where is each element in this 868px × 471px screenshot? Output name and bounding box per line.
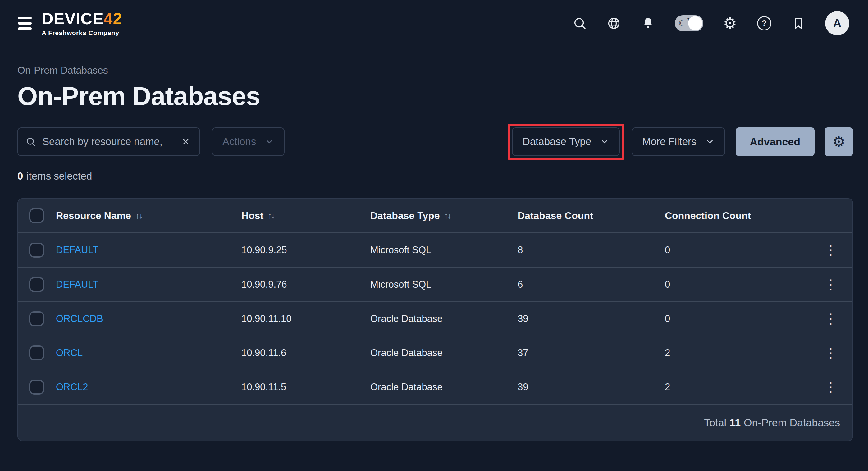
- table-row: DEFAULT 10.90.9.25 Microsoft SQL 8 0 ⋮: [18, 233, 852, 267]
- kebab-menu-icon[interactable]: ⋮: [822, 277, 840, 292]
- sort-icon: ↑↓: [444, 211, 451, 221]
- bookmark-icon[interactable]: [791, 16, 806, 31]
- search-field-icon: [26, 136, 36, 147]
- host-cell: 10.90.11.5: [241, 381, 370, 393]
- table-header-row: Resource Name↑↓ Host↑↓ Database Type↑↓ D…: [18, 199, 852, 233]
- logo-42-accent: 42: [104, 10, 122, 28]
- databases-table: Resource Name↑↓ Host↑↓ Database Type↑↓ D…: [18, 198, 853, 441]
- main-content: On-Prem Databases On-Prem Databases Acti…: [0, 65, 868, 441]
- search-field[interactable]: [18, 127, 200, 156]
- resource-name-link[interactable]: ORCL2: [56, 381, 88, 392]
- moon-icon: ☾✦: [679, 19, 686, 28]
- database-type-dropdown[interactable]: Database Type: [512, 127, 620, 156]
- connection-count-cell: 2: [665, 347, 822, 358]
- column-header-database-type[interactable]: Database Type↑↓: [370, 210, 518, 222]
- connection-count-cell: 0: [665, 279, 822, 290]
- chevron-down-icon: [705, 137, 715, 146]
- total-suffix: On-Prem Databases: [744, 417, 840, 429]
- search-icon[interactable]: [572, 16, 587, 31]
- selected-label: items selected: [26, 170, 92, 182]
- row-checkbox[interactable]: [29, 380, 44, 395]
- connection-count-cell: 0: [665, 245, 822, 256]
- more-filters-dropdown[interactable]: More Filters: [631, 127, 725, 156]
- database-type-cell: Oracle Database: [370, 347, 518, 358]
- resource-name-link[interactable]: DEFAULT: [56, 279, 98, 290]
- database-count-cell: 39: [518, 313, 665, 324]
- globe-icon[interactable]: [607, 16, 621, 31]
- select-all-checkbox[interactable]: [29, 208, 44, 223]
- hamburger-menu-icon[interactable]: [18, 17, 32, 30]
- help-icon[interactable]: ?: [757, 16, 772, 31]
- connection-count-cell: 0: [665, 313, 822, 324]
- chevron-down-icon: [265, 137, 274, 146]
- kebab-menu-icon[interactable]: ⋮: [822, 242, 840, 257]
- host-cell: 10.90.11.6: [241, 347, 370, 358]
- connection-count-cell: 2: [665, 381, 822, 393]
- search-input[interactable]: [42, 136, 173, 148]
- logo-tagline: A Freshworks Company: [42, 30, 122, 36]
- kebab-menu-icon[interactable]: ⋮: [822, 379, 840, 395]
- top-navbar: DEVICE42 A Freshworks Company ☾✦: [0, 0, 868, 47]
- database-type-cell: Microsoft SQL: [370, 279, 518, 290]
- resource-name-link[interactable]: DEFAULT: [56, 245, 98, 255]
- total-count: 11: [730, 417, 741, 429]
- database-count-cell: 8: [518, 245, 665, 256]
- advanced-button[interactable]: Advanced: [736, 127, 815, 156]
- database-count-cell: 6: [518, 279, 665, 290]
- host-cell: 10.90.9.76: [241, 279, 370, 290]
- dark-mode-toggle[interactable]: ☾✦: [675, 15, 703, 31]
- breadcrumb[interactable]: On-Prem Databases: [18, 65, 853, 76]
- selection-status: 0 items selected: [18, 170, 853, 182]
- chevron-down-icon: [600, 137, 609, 146]
- database-count-cell: 37: [518, 347, 665, 358]
- toggle-knob: [688, 16, 703, 30]
- database-type-cell: Microsoft SQL: [370, 245, 518, 256]
- page-title: On-Prem Databases: [18, 81, 853, 111]
- selected-count: 0: [18, 170, 23, 182]
- gear-icon: ⚙: [832, 134, 845, 149]
- sort-icon: ↑↓: [135, 211, 142, 221]
- kebab-menu-icon[interactable]: ⋮: [822, 311, 840, 326]
- table-row: ORCLCDB 10.90.11.10 Oracle Database 39 0…: [18, 301, 852, 336]
- toolbar: Actions Database Type More Filters Advan…: [18, 127, 853, 156]
- table-row: ORCL 10.90.11.6 Oracle Database 37 2 ⋮: [18, 336, 852, 370]
- table-settings-button[interactable]: ⚙: [825, 127, 853, 156]
- column-header-host[interactable]: Host↑↓: [241, 210, 370, 222]
- device42-logo[interactable]: DEVICE42 A Freshworks Company: [42, 10, 122, 36]
- logo-text: DEVICE42: [42, 10, 122, 27]
- actions-dropdown[interactable]: Actions: [212, 127, 285, 156]
- column-header-database-count: Database Count: [518, 210, 665, 222]
- user-avatar[interactable]: A: [825, 11, 849, 35]
- resource-name-link[interactable]: ORCLCDB: [56, 313, 103, 324]
- row-checkbox[interactable]: [29, 345, 44, 360]
- host-cell: 10.90.11.10: [241, 313, 370, 324]
- column-header-resource-name[interactable]: Resource Name↑↓: [56, 210, 241, 222]
- row-checkbox[interactable]: [29, 311, 44, 326]
- table-row: ORCL2 10.90.11.5 Oracle Database 39 2 ⋮: [18, 370, 852, 404]
- row-checkbox[interactable]: [29, 277, 44, 292]
- kebab-menu-icon[interactable]: ⋮: [822, 345, 840, 360]
- database-type-cell: Oracle Database: [370, 381, 518, 393]
- column-header-connection-count: Connection Count: [665, 210, 822, 222]
- navbar-actions: ☾✦ ⚙ ? A: [572, 11, 849, 35]
- database-count-cell: 39: [518, 381, 665, 393]
- toolbar-filters: Database Type More Filters Advanced ⚙: [512, 127, 853, 156]
- row-checkbox[interactable]: [29, 243, 44, 257]
- sort-icon: ↑↓: [268, 211, 274, 221]
- table-row: DEFAULT 10.90.9.76 Microsoft SQL 6 0 ⋮: [18, 267, 852, 301]
- database-type-cell: Oracle Database: [370, 313, 518, 324]
- table-body: DEFAULT 10.90.9.25 Microsoft SQL 8 0 ⋮ D…: [18, 233, 852, 404]
- clear-search-icon[interactable]: [180, 135, 192, 148]
- notifications-bell-icon[interactable]: [641, 16, 655, 31]
- host-cell: 10.90.9.25: [241, 245, 370, 256]
- table-footer: Total 11 On-Prem Databases: [18, 404, 852, 441]
- settings-gear-icon[interactable]: ⚙: [723, 16, 738, 31]
- resource-name-link[interactable]: ORCL: [56, 347, 83, 358]
- total-prefix: Total: [704, 417, 726, 429]
